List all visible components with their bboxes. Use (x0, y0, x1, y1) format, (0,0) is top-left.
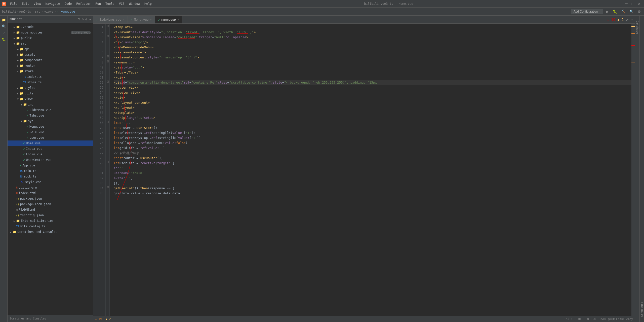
breadcrumb-project[interactable]: bilibili-vue3-ts (2, 10, 31, 13)
add-configuration-button[interactable]: Add Configuration _ (571, 9, 603, 14)
tree-item-sidemenu[interactable]: ✓SideMenu.vue (8, 107, 93, 113)
code-line-54[interactable]: </router-view> (114, 90, 631, 95)
tab-home[interactable]: ✓ Home.vue ✕ (155, 16, 182, 23)
tree-item-package_json[interactable]: {}package.json (8, 196, 93, 201)
code-line-56[interactable]: </a-layout-content> (114, 100, 631, 105)
tab-sidemenu-close[interactable]: ✕ (123, 18, 125, 21)
tree-item-mock_ts[interactable]: TSmock.ts (8, 174, 93, 179)
tree-item-utils[interactable]: ▶📁utils (8, 91, 93, 96)
collapse-all-icon[interactable]: ⊖ (82, 17, 84, 21)
code-line-7[interactable]: <a-layout-content :style="{ marginTop: '… (114, 55, 631, 60)
code-line-4[interactable]: <div class="logo" /> (114, 40, 631, 45)
code-line-53[interactable]: <router-view> (114, 85, 631, 90)
fold-cell-84[interactable]: - (106, 185, 109, 190)
code-line-8[interactable]: <a-menu...> (114, 60, 631, 65)
code-line-5[interactable]: <SideMenu></SideMenu> (114, 45, 631, 50)
fold-cell-8[interactable]: - (106, 59, 109, 64)
tree-item-public[interactable]: ▶📁public (8, 35, 93, 41)
settings-button[interactable]: ⚙ (637, 9, 642, 14)
menu-edit[interactable]: Edit (20, 2, 31, 6)
project-icon[interactable]: 📁 (1, 17, 7, 23)
tree-item-app_vue[interactable]: ✓App.vue (8, 163, 93, 168)
code-line-73[interactable]: let selectedKeys =ref<string[]>( value: … (114, 130, 631, 135)
code-line-51[interactable]: </div> (114, 75, 631, 80)
menu-code[interactable]: Code (63, 2, 74, 6)
structure-panel[interactable]: Structure (639, 16, 644, 322)
tree-item-login_vue[interactable]: ✓Login.vue (8, 152, 93, 157)
code-line-58[interactable]: </template> (114, 110, 631, 115)
code-line-72[interactable]: const user = userStore() (114, 125, 631, 130)
tree-item-src[interactable]: ▼📁src (8, 41, 93, 46)
tree-item-main_ts[interactable]: TSmain.ts (8, 168, 93, 174)
tree-item-gitignore[interactable]: G.gitignore (8, 185, 93, 190)
code-line-60[interactable]: import ... (114, 120, 631, 125)
code-line-2[interactable]: <a-layout has-sider :style="{ position: … (114, 30, 631, 35)
tree-item-store_ts[interactable]: TSstore.ts (8, 80, 93, 85)
menu-vcs[interactable]: VCS (117, 2, 127, 6)
tree-item-store[interactable]: ▼📁store (8, 68, 93, 74)
tree-item-router[interactable]: ▶📁router (8, 63, 93, 68)
code-line-78[interactable]: const router = useRouter(); (114, 156, 631, 161)
tab-menu[interactable]: ✓ Menu.vue ✕ (128, 16, 155, 23)
sync-icon[interactable]: ⟳ (78, 17, 80, 21)
tree-item-scratches[interactable]: ▶📁Scratches and Consoles (8, 229, 93, 235)
dots-icon[interactable]: ⋯ (89, 17, 91, 21)
tree-item-ext_libs[interactable]: ▶📁External Libraries (8, 218, 93, 224)
tree-item-style_css[interactable]: CSSstyle.css (8, 179, 93, 185)
code-line-1[interactable]: <template> (114, 25, 631, 30)
code-line-57[interactable]: </a-layout> (114, 105, 631, 110)
tree-item-styles[interactable]: ▶📁styles (8, 85, 93, 91)
fold-cell-7[interactable]: - (106, 54, 109, 59)
breadcrumb-views[interactable]: views (44, 10, 53, 13)
tree-item-assets[interactable]: ▶📁assets (8, 52, 93, 57)
code-line-55[interactable]: </div> (114, 95, 631, 100)
tree-item-vscode[interactable]: ▶📁.vscode (8, 24, 93, 30)
code-line-77[interactable]: // 获取路由信息 (114, 151, 631, 156)
minimize-button[interactable]: ─ (624, 1, 629, 6)
code-line-81[interactable]: username: 'admin', (114, 171, 631, 176)
tree-item-sys[interactable]: ▼📁sys (8, 118, 93, 124)
close-button[interactable]: ✕ (636, 1, 642, 6)
menu-view[interactable]: View (32, 2, 43, 6)
fold-cell-1[interactable]: - (106, 24, 109, 29)
code-line-52[interactable]: <div id="components-affix-demo-target" r… (114, 80, 631, 85)
code-line-3[interactable]: <a-layout-sider v-model:collapsed="colla… (114, 35, 631, 40)
tree-item-node_modules[interactable]: ▶📁node_moduleslibrary root (8, 30, 93, 35)
code-line-75[interactable]: let collapsed =ref<boolean>( value: fals… (114, 140, 631, 146)
code-area[interactable]: <template> <a-layout has-sider :style="{… (110, 24, 631, 316)
code-line-84[interactable]: getUserInfo().then(response => { (114, 186, 631, 191)
code-line-6[interactable]: </a-layout-sider>. (114, 50, 631, 55)
tree-item-views[interactable]: ▼📁views (8, 96, 93, 102)
code-line-74[interactable]: let selectedKeysTop =ref<string[]>( valu… (114, 135, 631, 140)
tree-item-role_vue[interactable]: ✓Role.vue (8, 129, 93, 135)
maximize-button[interactable]: □ (630, 1, 636, 6)
scratches-label[interactable]: Scratches and Consoles (10, 317, 46, 320)
tree-item-home_vue[interactable]: ✓Home.vue (8, 140, 93, 146)
fold-cell-79[interactable]: - (106, 160, 109, 165)
menu-help[interactable]: Help (142, 2, 154, 6)
build-button[interactable]: 🔨 (620, 9, 626, 14)
structure-label[interactable]: Structure (640, 302, 643, 317)
debug-side-icon[interactable]: 🐛 (1, 36, 7, 42)
code-line-82[interactable]: avatar: '', (114, 176, 631, 181)
tree-item-user_vue[interactable]: ✓User.vue (8, 135, 93, 140)
tree-item-package_lock[interactable]: {}package-lock.json (8, 201, 93, 207)
search-everywhere-button[interactable]: 🔍 (628, 9, 635, 14)
code-line-85[interactable]: gridInfo.value = response.data.data (114, 191, 631, 196)
tree-item-components[interactable]: ▶📁components (8, 57, 93, 63)
code-line-50[interactable]: <Tabs></Tabs> (114, 70, 631, 75)
menu-navigate[interactable]: Navigate (44, 2, 62, 6)
breadcrumb-current-file[interactable]: Home.vue (60, 10, 75, 13)
tab-sidemenu[interactable]: ✓ SideMenu.vue ✕ (93, 16, 128, 23)
code-line-80[interactable]: id: '', (114, 166, 631, 171)
code-line-59[interactable]: <script lang="ts" setup> (114, 115, 631, 120)
menu-refactor[interactable]: Refactor (74, 2, 93, 6)
tree-item-readme[interactable]: MREADME.md (8, 207, 93, 212)
tree-item-inc[interactable]: ▼📁inc (8, 102, 93, 107)
tree-item-menu_vue[interactable]: ✓Menu.vue (8, 124, 93, 129)
database-panel[interactable]: Database (635, 16, 639, 322)
scratches-bar[interactable]: Scratches and Consoles (8, 315, 93, 322)
code-line-49[interactable]: <div style="..."> (114, 65, 631, 70)
tree-item-index_html[interactable]: Hindex.html (8, 190, 93, 196)
more-tabs-icon[interactable]: ⋯ (631, 18, 633, 22)
